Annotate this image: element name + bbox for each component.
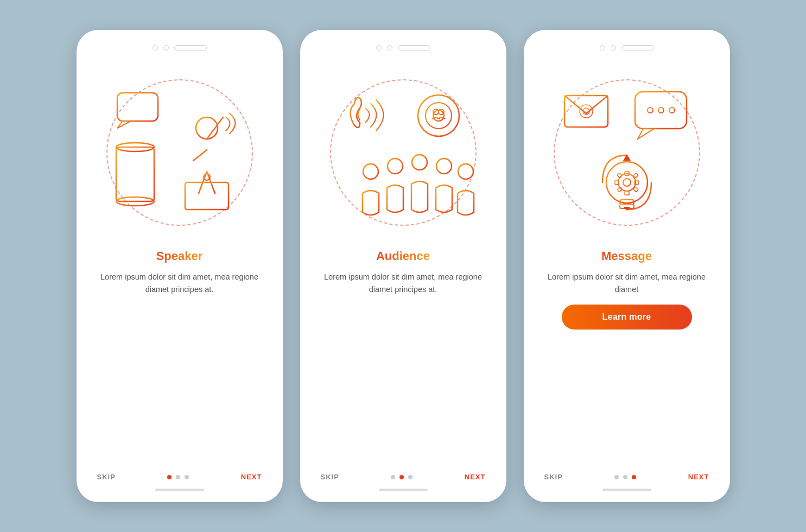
phone-circle-5 (600, 45, 605, 50)
dot-2 (176, 475, 180, 479)
svg-rect-60 (617, 187, 621, 192)
phone-card-message: Message Lorem ipsum dolor sit dim amet, … (524, 30, 730, 502)
svg-point-48 (606, 162, 648, 203)
svg-point-34 (388, 159, 403, 174)
svg-rect-55 (625, 191, 629, 195)
svg-rect-20 (185, 182, 229, 210)
audience-next[interactable]: NEXT (465, 473, 486, 481)
speaker-dots (167, 475, 189, 479)
svg-point-24 (418, 95, 459, 136)
svg-point-45 (648, 107, 653, 113)
phone-pill-1 (174, 45, 207, 50)
dot-6 (408, 475, 412, 479)
phone-circle-6 (611, 45, 616, 50)
message-svg (554, 77, 700, 229)
dot-1 (167, 475, 172, 479)
message-dots (614, 475, 636, 479)
svg-rect-43 (635, 92, 687, 129)
svg-point-25 (426, 103, 452, 129)
svg-point-33 (363, 164, 378, 179)
message-title: Message (601, 249, 652, 263)
svg-point-53 (623, 179, 631, 186)
speaker-next[interactable]: NEXT (241, 473, 262, 481)
audience-body: Lorem ipsum dolor sit dim amet, mea regi… (315, 271, 491, 296)
svg-point-35 (412, 155, 427, 170)
audience-title: Audience (376, 249, 430, 263)
message-body: Lorem ipsum dolor sit dim amet, mea regi… (539, 271, 715, 296)
speaker-title: Speaker (156, 249, 203, 263)
phone-pill-2 (398, 45, 430, 50)
phone-top-bar-3 (539, 45, 715, 50)
phone-top-bar-1 (92, 45, 268, 50)
message-handle (602, 489, 651, 491)
audience-svg (330, 77, 477, 229)
message-bottom-nav: SKIP NEXT (539, 473, 715, 481)
dot-4 (391, 475, 395, 479)
speaker-skip[interactable]: SKIP (97, 473, 116, 481)
audience-dots (391, 475, 412, 479)
phone-circle-3 (376, 45, 382, 50)
phone-top-bar-2 (315, 45, 491, 50)
svg-rect-5 (116, 147, 154, 201)
svg-marker-4 (117, 121, 131, 128)
message-next[interactable]: NEXT (688, 473, 709, 481)
svg-point-39 (580, 105, 593, 118)
dot-7 (614, 475, 619, 479)
screens-container: Speaker Lorem ipsum dolor sit dim amet, … (77, 30, 730, 502)
phone-circle-2 (163, 45, 169, 50)
svg-point-46 (658, 107, 664, 113)
message-illustration (539, 60, 715, 245)
svg-point-37 (458, 164, 473, 179)
phone-circle-4 (387, 45, 392, 50)
speaker-handle (155, 489, 204, 491)
dot-9 (632, 475, 636, 479)
svg-point-47 (669, 107, 675, 113)
phone-card-audience: Audience Lorem ipsum dolor sit dim amet,… (300, 30, 506, 502)
audience-skip[interactable]: SKIP (321, 473, 339, 481)
phone-pill-3 (621, 45, 654, 50)
message-skip[interactable]: SKIP (544, 473, 563, 481)
svg-point-27 (433, 109, 439, 115)
audience-bottom-nav: SKIP NEXT (315, 473, 491, 481)
dot-8 (623, 475, 627, 479)
audience-illustration (315, 60, 491, 245)
speaker-illustration (92, 60, 268, 245)
svg-rect-58 (617, 173, 621, 178)
speaker-bottom-nav: SKIP NEXT (92, 473, 268, 481)
phone-circle-1 (153, 45, 158, 50)
svg-point-28 (439, 109, 444, 115)
phone-card-speaker: Speaker Lorem ipsum dolor sit dim amet, … (77, 30, 283, 502)
svg-marker-44 (638, 129, 654, 139)
speaker-svg (106, 77, 253, 229)
audience-handle (379, 489, 428, 491)
speaker-body: Lorem ipsum dolor sit dim amet, mea regi… (92, 271, 268, 296)
learn-more-button[interactable]: Learn more (562, 305, 692, 330)
svg-point-36 (436, 159, 452, 174)
dot-3 (185, 475, 189, 479)
dot-5 (399, 475, 404, 479)
svg-line-17 (193, 150, 207, 161)
